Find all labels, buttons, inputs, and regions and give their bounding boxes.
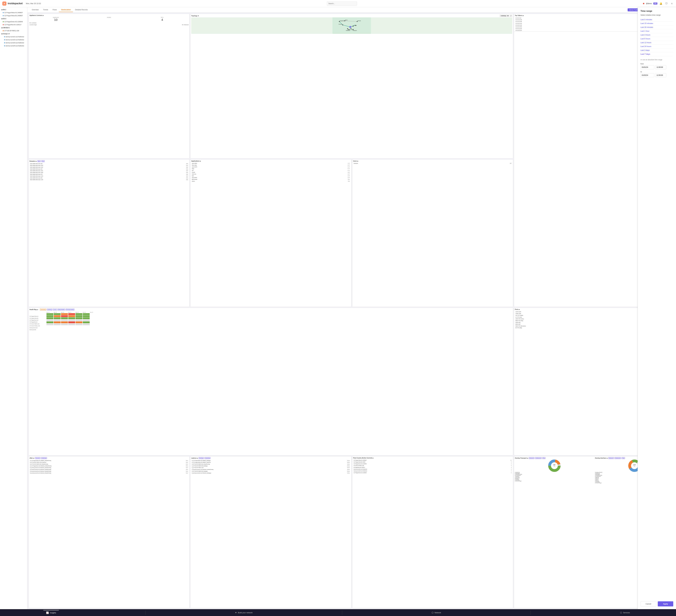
ot-inbound-tag[interactable]: Inbound: [529, 457, 534, 459]
sidebar-item-gtt-par11[interactable]: GTT100-SP-PAR11-GW: [0, 29, 27, 32]
time-option-5m[interactable]: Last 5 minutes: [640, 18, 673, 21]
oi-outbound-tag[interactable]: Outbound: [614, 457, 621, 459]
time-option-7d[interactable]: Last 7 days: [640, 52, 673, 56]
tab-detailed-records[interactable]: Detailed Records: [73, 8, 90, 12]
appliance-grid: Appliances 10 Models EC4 4: [30, 17, 188, 22]
svg-text:Mar 23: Mar 23: [83, 312, 86, 313]
sidebar-item-prague-green[interactable]: CZ-PragueGreen-A2-1326649: [0, 20, 27, 23]
jitter-tunnels-tab[interactable]: Tunnels: [35, 457, 40, 459]
table-row: CZ-PragueGreen-A2-13266494: [353, 463, 512, 465]
logout-button[interactable]: ⎋: [670, 2, 674, 5]
tab-flows[interactable]: Flows: [50, 8, 59, 12]
logo-icon: [2, 1, 7, 6]
oi-inbound-tag[interactable]: Inbound: [608, 457, 614, 459]
health-priority-tab[interactable]: Priority Health: [66, 309, 74, 310]
nav-services[interactable]: ⬡ Services: [617, 610, 633, 615]
tab-overview[interactable]: Overview: [30, 8, 41, 12]
topology-underlay-select[interactable]: Underlays: [500, 15, 509, 17]
notifications-button[interactable]: 🔔: [659, 2, 663, 5]
sidebar-item-dummy3[interactable]: dummy-tunnel3-eu2-NotActive: [0, 41, 27, 44]
nav-build-network[interactable]: ✦ Build your network: [232, 610, 255, 615]
table-row: 2022-N895-/ffc/0.abc-1364530: [30, 172, 188, 173]
table-row: ssh4.1T: [191, 170, 350, 171]
table-row: CZ-PragueYellow-B1-W9575: [353, 461, 512, 463]
svg-text:Amsterdam: Amsterdam: [340, 20, 345, 21]
network-icon: ⬡: [432, 611, 434, 614]
ec4-count: 4: [136, 18, 188, 22]
health-latency-tab[interactable]: Latency: [47, 309, 52, 310]
sidebar-item-dummy2[interactable]: dummy-tunnel2-eu2-NotActive: [0, 38, 27, 41]
table-row: bl_dummy-tunnels1-eu2-NotActive_DefaultO…: [191, 469, 350, 470]
time-range-overlay: Time range Select relative time range La…: [638, 7, 676, 609]
topbar-right: @demo RPI 🔔 ⓘ ⎋: [643, 2, 674, 5]
dashboard: Appliance Licenses ▶ Appliances 10 Model…: [27, 13, 676, 609]
sidebar-item-gweu2[interactable]: ▶ GW-EU2 1: [0, 26, 27, 29]
svg-rect-65: [54, 321, 61, 323]
sidebar-item-bit2[interactable]: ▶ Bit 2: [0, 8, 27, 11]
svg-rect-67: [68, 321, 75, 323]
sidebar-item-prague-red[interactable]: CZ-PragueRed-A3-1326217: [0, 23, 27, 26]
health-row-labels: CZ-PragueYellow-A1 CZ-PragueYellow-B1 CZ…: [30, 311, 46, 331]
table-row: bl_GTT100-SP-PAR11-GW30ms: [191, 467, 350, 469]
tab-geolocation[interactable]: Geolocation: [59, 8, 73, 12]
time-option-1h[interactable]: Last 1 hour: [640, 29, 673, 33]
to-time-input[interactable]: [655, 73, 666, 77]
time-option-12h[interactable]: Last 12 hours: [640, 41, 673, 45]
time-option-3h[interactable]: Last 3 hours: [640, 33, 673, 37]
ot-flip-tag[interactable]: Flip: [542, 457, 546, 459]
health-loss-tab[interactable]: Loss: [53, 309, 57, 310]
time-option-24h[interactable]: Last 24 hours: [640, 45, 673, 48]
sidebar: ▶ Bit 2 CZ-PragueYellow-A1-2469837 CZ-Pr…: [0, 7, 27, 609]
legend-passthrough-row: ● Pass through: [515, 481, 594, 482]
apply-button[interactable]: Apply: [658, 601, 673, 606]
build-network-icon: ✦: [235, 611, 237, 614]
to-date-input[interactable]: [640, 73, 654, 77]
table-row: udp-138347.1T: [191, 163, 350, 164]
sidebar-item-dummy1[interactable]: dummy-tunnel1-eu2-NotActive: [0, 35, 27, 38]
services-label: Services: [623, 612, 630, 614]
jitter-table: bl_CZ-PragueYellow-A1-2469837_DefaultOve…: [30, 459, 188, 474]
tab-trends[interactable]: Trends: [41, 8, 50, 12]
time-option-15m[interactable]: Last 15 minutes: [640, 21, 673, 25]
table-row: https5.7T: [191, 168, 350, 170]
svg-rect-55: [68, 317, 75, 319]
from-date-input[interactable]: [640, 65, 654, 69]
table-row: bl-PragueRed-A3-13262173: [353, 467, 512, 468]
sidebar-item-group14[interactable]: ▶ Group 1 4: [0, 32, 27, 35]
nav-insights[interactable]: 📈 Insights: [43, 610, 59, 615]
help-button[interactable]: ⓘ: [665, 2, 668, 5]
nav-network[interactable]: ⬡ Network: [429, 610, 444, 615]
jitter-underlay-tab[interactable]: Underlay: [41, 457, 47, 459]
time-option-3d[interactable]: Last 3 days: [640, 48, 673, 52]
network-label: Network: [435, 612, 441, 614]
from-time-input[interactable]: [655, 65, 666, 69]
topology-expand-button[interactable]: ⤢: [510, 15, 512, 17]
main-content: ▶ Bit 2 CZ-PragueYellow-A1-2469837 CZ-Pr…: [0, 7, 676, 609]
sidebar-item-eu2[interactable]: ▶ EU 2: [0, 17, 27, 20]
time-option-30m[interactable]: Last 30 minutes: [640, 25, 673, 29]
legend-underlay-row: ● Underlay: [515, 480, 594, 481]
build-network-label: Build your network: [238, 612, 252, 614]
ot-outbound-tag[interactable]: Outbound: [535, 457, 542, 459]
table-row: unknown397: [353, 163, 512, 164]
time-option-6h[interactable]: Last 6 hours: [640, 37, 673, 41]
health-daily-tab[interactable]: Daily Health: [57, 309, 65, 310]
table-row: CZ-PragueGreen-A2-13268490: [353, 472, 512, 474]
sidebar-item-prague-yellow-b1[interactable]: CZ-PragueYellow-B1-2469837: [0, 14, 27, 17]
search-input[interactable]: [327, 1, 357, 6]
svg-rect-61: [68, 319, 75, 321]
sidebar-item-dummy4[interactable]: dummy-tunnel4-eu2-NotActive: [0, 44, 27, 47]
table-row: udp-200022.0T: [191, 177, 350, 178]
oi-flip-tag[interactable]: Flip: [622, 457, 625, 459]
cancel-button[interactable]: Cancel: [640, 601, 657, 606]
ec-licenses-label: EC Licenses: [30, 22, 37, 23]
sidebar-item-prague-yellow-a1[interactable]: CZ-PragueYellow-A1-2469837: [0, 11, 27, 14]
latency-title: Latency ▶ Overlay Underlay: [191, 457, 350, 459]
svg-rect-58: [47, 319, 53, 321]
svg-rect-53: [54, 317, 61, 319]
latency-underlay-tab[interactable]: Underlay: [205, 457, 211, 459]
flow-counts-title: Flow Counts (Active Current) ▶: [353, 457, 512, 459]
health-summary-tab[interactable]: Summary: [40, 309, 46, 310]
legend-underlay-transport: Underlay:: [515, 479, 594, 480]
latency-overlay-tab[interactable]: Overlay: [199, 457, 204, 459]
